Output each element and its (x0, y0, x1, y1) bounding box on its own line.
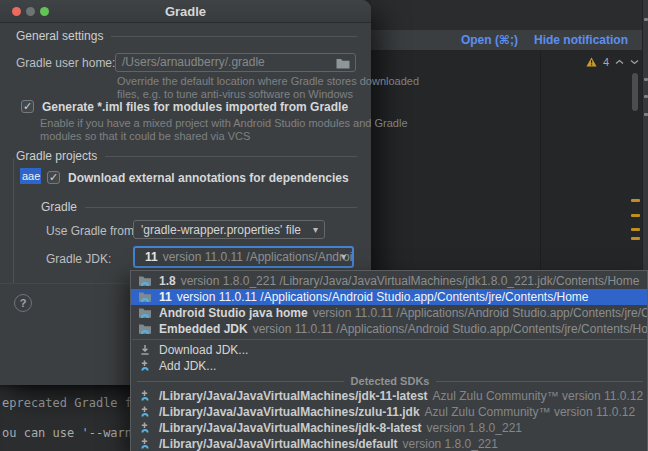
dialog-title: Gradle (0, 4, 371, 19)
jdk-folder-icon (138, 322, 152, 336)
popup-separator (132, 339, 646, 340)
editor-top-strip (371, 0, 648, 31)
checkbox-label: Download external annotations for depend… (68, 171, 349, 185)
warning-stripe-mark[interactable] (631, 214, 640, 217)
checkbox-checked-icon: ✓ (47, 171, 60, 184)
project-list-item-selected[interactable]: aae (20, 168, 41, 184)
add-jdk-option[interactable]: Add JDK... (131, 358, 647, 374)
gradle-jdk-value-name: 11 (145, 250, 158, 264)
add-icon (138, 359, 152, 373)
detected-sdk-option[interactable]: /Library/Java/JavaVirtualMachines/zulu-1… (131, 404, 647, 420)
close-button[interactable] (12, 7, 21, 16)
detected-sdk-option[interactable]: /Library/Java/JavaVirtualMachines/jdk-8-… (131, 420, 647, 436)
generate-iml-checkbox[interactable]: ✓ Generate *.iml files for modules impor… (21, 100, 348, 114)
warning-stripe-mark[interactable] (631, 199, 640, 202)
stripe-mark (644, 113, 648, 116)
checkbox-checked-icon: ✓ (21, 100, 34, 113)
add-sdk-icon (138, 405, 152, 419)
editor-split-divider (540, 51, 541, 270)
use-gradle-from-value: 'gradle-wrapper.properties' file (141, 223, 301, 237)
detected-sdks-header: Detected SDKs (137, 375, 643, 387)
jdk-folder-icon (138, 290, 152, 304)
jdk-folder-icon (138, 274, 152, 288)
chevron-up-icon[interactable] (615, 59, 624, 65)
right-edge-strip (642, 0, 648, 270)
section-general-settings: General settings (16, 29, 357, 43)
help-text: Enable if you have a mixed project with … (40, 117, 408, 129)
stripe-mark (644, 18, 648, 21)
open-shortcut-link[interactable]: Open (⌘;) (461, 33, 518, 47)
jdk-folder-icon (138, 306, 152, 320)
combo-arrow-icon: ▾ (341, 251, 346, 262)
help-text: files, e.g. to tune anti-virus software … (117, 88, 353, 100)
section-gradle: Gradle (41, 200, 357, 214)
scrollbar-thumb[interactable] (632, 73, 638, 111)
download-jdk-option[interactable]: Download JDK... (131, 342, 647, 358)
checkbox-label: Generate *.iml files for modules importe… (42, 100, 348, 114)
jdk-option[interactable]: Android Studio java home version 11.0.11… (131, 305, 647, 321)
gradle-jdk-label: Gradle JDK: (46, 252, 111, 266)
jdk-option[interactable]: 1.8 version 1.8.0_221 /Library/Java/Java… (131, 273, 647, 289)
dialog-titlebar[interactable]: Gradle (0, 0, 371, 23)
help-text: Override the default location where Grad… (117, 75, 419, 87)
inspections-widget[interactable]: 4 (586, 55, 639, 68)
zoom-button[interactable] (40, 7, 49, 16)
stripe-mark (644, 95, 648, 98)
help-text: modules so that it could be shared via V… (40, 130, 250, 142)
warning-stripe-mark[interactable] (631, 237, 640, 240)
add-sdk-icon (138, 437, 152, 451)
gradle-user-home-field[interactable]: /Users/arnaudberry/.gradle (115, 53, 356, 72)
chevron-down-icon[interactable] (630, 59, 639, 65)
add-sdk-icon (138, 389, 152, 403)
use-gradle-from-label: Use Gradle from: (46, 224, 137, 238)
combo-arrow-icon: ▾ (313, 224, 318, 235)
gradle-user-home-value: /Users/arnaudberry/.gradle (122, 55, 265, 69)
projects-panel-border (13, 158, 14, 283)
warning-count: 4 (603, 56, 609, 68)
detected-sdk-option[interactable]: /Library/Java/JavaVirtualMachines/jdk-11… (131, 388, 647, 404)
add-sdk-icon (138, 421, 152, 435)
detected-sdk-option[interactable]: /Library/Java/JavaVirtualMachines/defaul… (131, 436, 647, 451)
warning-icon (586, 57, 597, 67)
screen: Open (⌘;) Hide notification 4 eprecated … (0, 0, 648, 451)
warning-stripe-mark[interactable] (631, 228, 640, 231)
minimize-button (26, 7, 35, 16)
jdk-dropdown-popup: 1.8 version 1.8.0_221 /Library/Java/Java… (130, 270, 648, 451)
gradle-user-home-label: Gradle user home: (16, 56, 115, 70)
browse-folder-icon[interactable] (336, 58, 350, 69)
jdk-option-selected[interactable]: 11 version 11.0.11 /Applications/Android… (131, 289, 647, 305)
use-gradle-from-select[interactable]: 'gradle-wrapper.properties' file ▾ (133, 220, 325, 239)
hide-notification-link[interactable]: Hide notification (534, 33, 628, 47)
gradle-jdk-select[interactable]: 11 version 11.0.11 /Applications/Androic… (133, 246, 354, 268)
section-gradle-projects: Gradle projects (16, 149, 357, 163)
help-button[interactable]: ? (14, 294, 32, 312)
jdk-option[interactable]: Embedded JDK version 11.0.11 /Applicatio… (131, 321, 647, 337)
download-icon (138, 343, 152, 357)
stripe-mark (644, 78, 648, 81)
download-annotations-checkbox[interactable]: ✓ Download external annotations for depe… (47, 171, 349, 185)
notification-bar: Open (⌘;) Hide notification (371, 30, 648, 51)
gradle-jdk-value-detail: version 11.0.11 /Applications/Androic (163, 250, 354, 264)
